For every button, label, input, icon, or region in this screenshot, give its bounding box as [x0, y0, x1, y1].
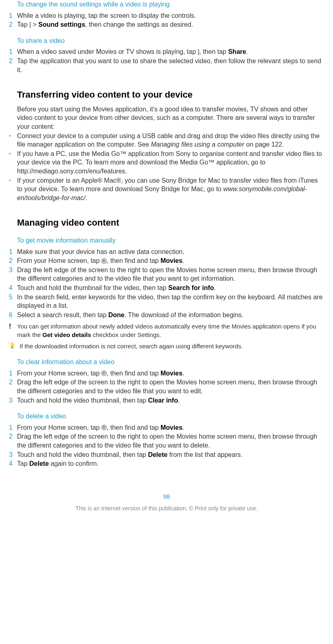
step-number: 1	[9, 369, 17, 378]
step-text: From your Home screen, tap , then find a…	[17, 423, 324, 432]
bullet-text: If you have a PC, use the Media Go™ appl…	[17, 149, 324, 176]
step-text: Drag the left edge of the screen to the …	[17, 266, 324, 283]
exclaim-icon: !	[9, 322, 17, 339]
bullet-item: • Connect your device to a computer usin…	[9, 132, 324, 149]
apps-grid-icon	[101, 371, 107, 376]
step-number: 1	[9, 47, 17, 56]
page-number: 98	[9, 493, 324, 501]
step-text: When a video saved under Movies or TV sh…	[17, 47, 324, 56]
subheading-clear-info: To clear information about a video	[17, 358, 324, 367]
step-number: 4	[9, 459, 17, 468]
step-item: 2 Tap the application that you want to u…	[9, 57, 324, 74]
step-number: 2	[9, 256, 17, 265]
bullet-text: Connect your device to a computer using …	[17, 132, 324, 149]
step-item: 6 Select a search result, then tap Done.…	[9, 311, 324, 320]
step-number: 5	[9, 293, 17, 310]
tip-text: If the downloaded information is not cor…	[19, 342, 324, 350]
step-text: While a video is playing, tap the screen…	[17, 11, 324, 20]
step-text: Touch and hold the video thumbnail, then…	[17, 450, 324, 459]
step-text: From your Home screen, tap , then find a…	[17, 256, 324, 265]
more-dots-icon	[29, 22, 31, 28]
step-text: Touch and hold the video thumbnail, then…	[17, 396, 324, 405]
step-item: 1 When a video saved under Movies or TV …	[9, 47, 324, 56]
step-item: 2 From your Home screen, tap , then find…	[9, 256, 324, 265]
step-text: Select a search result, then tap Done. T…	[17, 311, 324, 320]
bullet-text: If your computer is an Apple® Mac®, you …	[17, 176, 324, 203]
step-text: Tap the application that you want to use…	[17, 57, 324, 74]
bullet-item: • If your computer is an Apple® Mac®, yo…	[9, 176, 324, 203]
step-item: 1 Make sure that your device has an acti…	[9, 247, 324, 256]
step-item: 4 Tap Delete again to confirm.	[9, 459, 324, 468]
step-number: 1	[9, 247, 17, 256]
step-number: 6	[9, 311, 17, 320]
footer-disclaimer: This is an Internet version of this publ…	[9, 505, 324, 512]
bulb-icon: 💡	[9, 342, 19, 350]
subheading-get-info: To get movie information manually	[17, 236, 324, 245]
step-number: 3	[9, 450, 17, 459]
bullet-item: • If you have a PC, use the Media Go™ ap…	[9, 149, 324, 176]
step-number: 4	[9, 284, 17, 292]
step-number: 2	[9, 57, 17, 74]
step-item: 3 Touch and hold the video thumbnail, th…	[9, 396, 324, 405]
bullet-icon: •	[9, 132, 17, 149]
more-dots-icon	[198, 49, 199, 55]
step-number: 2	[9, 432, 17, 450]
step-text: Drag the left edge of the screen to the …	[17, 432, 324, 450]
step-number: 3	[9, 396, 17, 405]
step-number: 3	[9, 266, 17, 283]
step-text: In the search field, enter keywords for …	[17, 293, 324, 310]
step-number: 2	[9, 20, 17, 29]
subheading-sound-settings: To change the sound settings while a vid…	[17, 0, 324, 9]
heading-transferring: Transferring video content to your devic…	[17, 89, 324, 101]
bullet-icon: •	[9, 176, 17, 203]
heading-managing: Managing video content	[17, 217, 324, 229]
step-item: 1 From your Home screen, tap , then find…	[9, 423, 324, 432]
step-item: 2 Tap > Sound settings, then change the …	[9, 20, 324, 29]
step-item: 1 From your Home screen, tap , then find…	[9, 369, 324, 378]
step-item: 3 Touch and hold the video thumbnail, th…	[9, 450, 324, 459]
step-text: Drag the left edge of the screen to the …	[17, 378, 324, 395]
tip-item: 💡 If the downloaded information is not c…	[9, 342, 324, 350]
subheading-share-video: To share a video	[17, 36, 324, 45]
step-item: 1 While a video is playing, tap the scre…	[9, 11, 324, 20]
step-number: 1	[9, 11, 17, 20]
subheading-delete-video: To delete a video	[17, 412, 324, 421]
step-text: Tap Delete again to confirm.	[17, 459, 324, 468]
step-number: 1	[9, 423, 17, 432]
step-text: Tap > Sound settings, then change the se…	[17, 20, 324, 29]
apps-grid-icon	[101, 258, 107, 264]
step-text: From your Home screen, tap , then find a…	[17, 369, 324, 378]
step-item: 5 In the search field, enter keywords fo…	[9, 293, 324, 310]
step-item: 2 Drag the left edge of the screen to th…	[9, 378, 324, 395]
step-text: Touch and hold the thumbnail for the vid…	[17, 284, 324, 292]
step-number: 2	[9, 378, 17, 395]
paragraph: Before you start using the Movies applic…	[17, 105, 324, 131]
note-text: You can get information about newly adde…	[17, 322, 324, 339]
apps-grid-icon	[101, 425, 107, 430]
step-item: 2 Drag the left edge of the screen to th…	[9, 432, 324, 450]
step-text: Make sure that your device has an active…	[17, 247, 324, 256]
note-item: ! You can get information about newly ad…	[9, 322, 324, 339]
bullet-icon: •	[9, 149, 17, 176]
step-item: 3 Drag the left edge of the screen to th…	[9, 266, 324, 283]
step-item: 4 Touch and hold the thumbnail for the v…	[9, 284, 324, 292]
